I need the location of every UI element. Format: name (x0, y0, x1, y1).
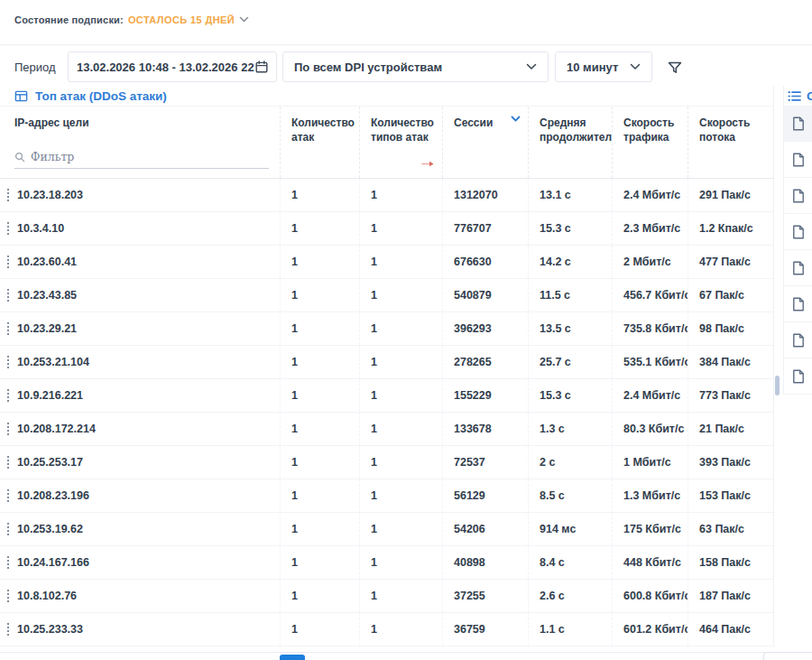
table-cell: 1 (280, 513, 359, 545)
side-panel-list (784, 106, 812, 395)
table-cell: 1.3 Мбит/с (612, 479, 687, 512)
side-panel-item[interactable] (784, 142, 812, 178)
side-panel-item[interactable] (784, 178, 812, 214)
table-cell: 15.3 с (528, 379, 612, 412)
table-row[interactable]: 10.24.167.16611408988.4 с448 Кбит/с158 П… (0, 546, 773, 580)
horizontal-scrollbar-thumb[interactable] (280, 655, 305, 660)
column-header-sessions[interactable]: Сессии (442, 107, 528, 178)
side-panel-header: С (784, 86, 812, 106)
table-cell: 98 Пак/с (687, 312, 774, 345)
row-menu-icon[interactable] (5, 454, 12, 470)
table-cell: 67 Пак/с (687, 279, 774, 311)
calendar-icon[interactable] (255, 60, 268, 73)
resize-arrow-icon[interactable] (421, 161, 435, 167)
table-cell: 1 (280, 379, 359, 412)
column-header-attack-count[interactable]: Количество атак (280, 107, 359, 178)
column-header-attack-types[interactable]: Количество типов атак (359, 107, 442, 178)
file-icon (792, 297, 805, 311)
table-cell: 25.7 с (528, 346, 612, 378)
ip-cell: 10.9.216.221 (0, 379, 280, 412)
table-cell: 1 (280, 179, 359, 211)
dpi-device-select[interactable]: По всем DPI устройствам (282, 51, 549, 82)
column-header-avg-duration[interactable]: Средняя продолжительность (528, 107, 612, 178)
row-menu-icon[interactable] (5, 588, 12, 604)
row-menu-icon[interactable] (5, 254, 12, 270)
ip-address: 10.208.23.196 (17, 489, 89, 502)
table-cell: 11.5 с (528, 279, 612, 311)
table-cell: 80.3 Кбит/с (612, 413, 687, 445)
row-menu-icon[interactable] (5, 621, 12, 637)
side-panel-item[interactable] (784, 322, 812, 358)
table-row[interactable]: 10.25.233.3311367591.1 с601.2 Кбит/с464 … (0, 613, 773, 646)
table-row[interactable]: 10.25.253.1711725372 с1 Мбит/с393 Пак/с (0, 446, 773, 479)
side-panel-title: С (807, 89, 812, 103)
vertical-scrollbar-thumb[interactable] (775, 376, 780, 395)
interval-select-value: 10 минут (567, 60, 618, 74)
filter-funnel-icon[interactable] (666, 59, 684, 77)
table-cell: 535.1 Кбит/с (612, 346, 687, 378)
row-menu-icon[interactable] (5, 321, 12, 337)
row-menu-icon[interactable] (5, 354, 12, 370)
card-title: Топ атак (DDoS атаки) (35, 89, 167, 103)
row-menu-icon[interactable] (5, 488, 12, 504)
table-row[interactable]: 10.208.172.214111336781.3 с80.3 Кбит/с21… (0, 413, 773, 446)
side-panel-item[interactable] (784, 214, 812, 250)
row-menu-icon[interactable] (5, 220, 12, 237)
column-header-ip[interactable]: IP-адрес цели (0, 107, 280, 178)
table-cell: 15.3 с (528, 212, 612, 245)
row-menu-icon[interactable] (5, 287, 12, 303)
chevron-down-icon (526, 63, 537, 70)
column-header-traffic-speed[interactable]: Скорость трафика (612, 107, 687, 178)
column-header-flow-speed[interactable]: Скорость потока (687, 107, 774, 178)
divider (0, 44, 812, 45)
chevron-down-icon[interactable] (239, 16, 249, 23)
period-range-input[interactable]: 13.02.2026 10:48 - 13.02.2026 22 (68, 51, 277, 82)
side-panel-item[interactable] (784, 286, 812, 322)
file-icon (792, 261, 805, 275)
side-panel-item[interactable] (784, 358, 812, 395)
row-menu-icon[interactable] (5, 521, 12, 537)
table-row[interactable]: 10.9.216.2211115522915.3 с2.4 Мбит/с773 … (0, 379, 773, 413)
table-cell: 1 Мбит/с (612, 446, 687, 479)
sort-desc-icon[interactable] (511, 116, 521, 123)
file-icon (792, 153, 805, 167)
table-cell: 600.8 Кбит/с (612, 580, 687, 612)
side-panel-item[interactable] (784, 106, 812, 142)
table-cell: 1 (359, 212, 442, 245)
side-panel-item[interactable] (784, 250, 812, 286)
table-cell: 1 (359, 479, 442, 512)
table-cell: 1 (359, 546, 442, 579)
table-row[interactable]: 10.253.19.621154206914 мс175 Кбит/с63 Па… (0, 513, 773, 546)
table-cell: 735.8 Кбит/с (612, 312, 687, 345)
table-row[interactable]: 10.23.29.211139629313.5 с735.8 Кбит/с98 … (0, 312, 773, 346)
table-row[interactable]: 10.253.21.1041127826525.7 с535.1 Кбит/с3… (0, 346, 773, 379)
file-icon (792, 225, 805, 239)
ip-cell: 10.23.60.41 (0, 246, 280, 278)
table-row[interactable]: 10.8.102.7611372552.6 с600.8 Кбит/с187 П… (0, 580, 773, 613)
table-row[interactable]: 10.23.60.411167663014.2 с2 Мбит/с477 Пак… (0, 246, 773, 279)
table-row[interactable]: 10.3.4.101177670715.3 с2.3 Мбит/с1.2 Кпа… (0, 212, 773, 246)
ip-cell: 10.208.23.196 (0, 479, 280, 512)
table-cell: 1 (359, 246, 442, 278)
row-menu-icon[interactable] (5, 421, 12, 437)
side-panel: С (783, 86, 812, 395)
file-icon (792, 116, 805, 131)
table-row[interactable]: 10.208.23.19611561298.5 с1.3 Мбит/с153 П… (0, 479, 773, 513)
subscription-value: ОСТАЛОСЬ 15 ДНЕЙ (128, 14, 235, 25)
table-row[interactable]: 10.23.18.20311131207013.1 с2.4 Мбит/с291… (0, 179, 773, 212)
table-cell: 8.4 с (528, 546, 612, 579)
table-cell: 1.2 Кпак/с (687, 212, 774, 245)
ip-filter-input[interactable] (31, 150, 269, 163)
ip-filter[interactable] (14, 150, 269, 169)
table-cell: 54206 (442, 513, 528, 545)
filters-toolbar: Период 13.02.2026 10:48 - 13.02.2026 22 … (0, 51, 812, 84)
row-menu-icon[interactable] (5, 187, 12, 203)
interval-select[interactable]: 10 минут (555, 51, 652, 82)
table-row[interactable]: 10.23.43.851154087911.5 с456.7 Кбит/с67 … (0, 279, 773, 312)
row-menu-icon[interactable] (5, 554, 12, 571)
table-cell: 2.3 Мбит/с (612, 212, 687, 245)
table-cell: 63 Пак/с (687, 513, 774, 545)
row-menu-icon[interactable] (5, 387, 12, 404)
table-cell: 776707 (442, 212, 528, 245)
ip-address: 10.208.172.214 (17, 423, 96, 435)
